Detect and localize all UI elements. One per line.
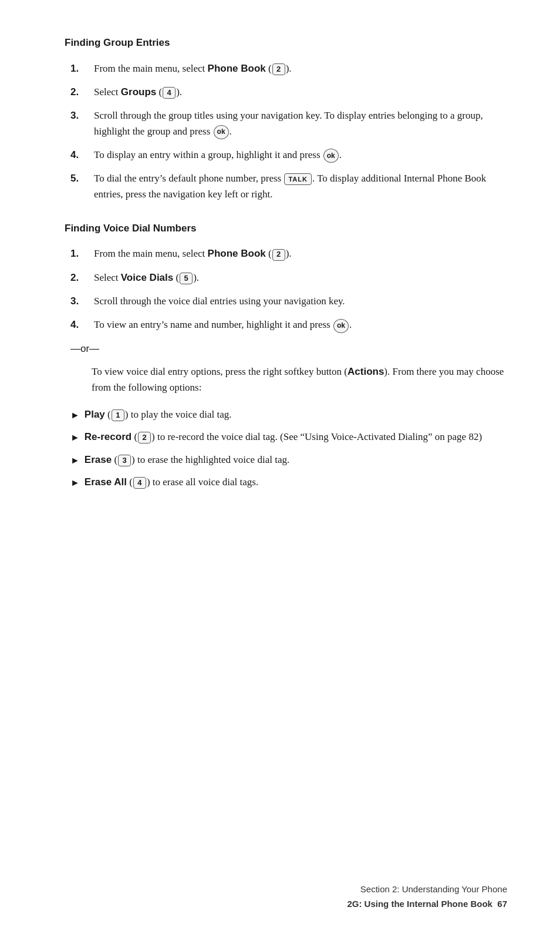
footer-chapter-text: 2G: Using the Internal Phone Book — [347, 899, 492, 909]
key-badge-5: 5 — [180, 273, 193, 284]
bullet-arrow-icon: ► — [70, 476, 80, 490]
section1-list: 1. From the main menu, select Phone Book… — [65, 61, 507, 202]
bullet-arrow-icon: ► — [70, 408, 80, 422]
section1-heading: Finding Group Entries — [65, 35, 507, 51]
step-number: 2. — [70, 270, 92, 285]
ok-badge: ok — [333, 319, 349, 333]
section1-step3: 3. Scroll through the group titles using… — [65, 108, 507, 139]
ok-badge: ok — [214, 125, 229, 139]
bullet-rerecord: ► Re-record (2) to re-record the voice d… — [65, 429, 507, 445]
bullet-erase-all: ► Erase All (4) to erase all voice dial … — [65, 475, 507, 490]
step-number: 4. — [70, 147, 92, 163]
footer-section-label: Section 2: Understanding Your Phone — [347, 883, 507, 896]
step-number: 1. — [70, 246, 92, 261]
section1-step1: 1. From the main menu, select Phone Book… — [65, 61, 507, 76]
bullet-play: ► Play (1) to play the voice dial tag. — [65, 407, 507, 422]
section2-heading: Finding Voice Dial Numbers — [65, 221, 507, 236]
bullet-options-list: ► Play (1) to play the voice dial tag. ►… — [65, 407, 507, 490]
or-separator: —or— — [70, 341, 507, 357]
step-number: 5. — [70, 171, 92, 186]
phonebook-bold: Phone Book — [208, 248, 266, 259]
or-description: To view voice dial entry options, press … — [65, 364, 507, 395]
step-content: To display an entry within a group, high… — [94, 147, 507, 163]
bullet-arrow-icon: ► — [70, 431, 80, 445]
groups-bold: Groups — [121, 86, 156, 98]
step-content: Scroll through the group titles using yo… — [94, 108, 507, 139]
section2-step2: 2. Select Voice Dials (5). — [65, 270, 507, 285]
phonebook-bold: Phone Book — [208, 63, 266, 74]
step-content: To view an entry’s name and number, high… — [94, 317, 507, 332]
talk-badge: TALK — [284, 173, 312, 185]
step-content: Select Groups (4). — [94, 85, 507, 100]
footer-page-number: 67 — [497, 899, 507, 909]
step-number: 3. — [70, 294, 92, 309]
key-badge-4: 4 — [133, 477, 146, 489]
step-content: From the main menu, select Phone Book (2… — [94, 61, 507, 76]
section2-list: 1. From the main menu, select Phone Book… — [65, 246, 507, 332]
footer-chapter-label: 2G: Using the Internal Phone Book 67 — [347, 898, 507, 911]
step-content: Select Voice Dials (5). — [94, 270, 507, 285]
step-content: To dial the entry’s default phone number… — [94, 171, 507, 202]
step-content: From the main menu, select Phone Book (2… — [94, 246, 507, 261]
key-badge-1: 1 — [112, 409, 124, 421]
section2-step3: 3. Scroll through the voice dial entries… — [65, 294, 507, 309]
key-badge-3: 3 — [118, 455, 131, 466]
section-finding-voice-dial: Finding Voice Dial Numbers 1. From the m… — [65, 221, 507, 490]
section1-step5: 5. To dial the entry’s default phone num… — [65, 171, 507, 202]
step-number: 2. — [70, 85, 92, 100]
bullet-arrow-icon: ► — [70, 453, 80, 468]
section2-step1: 1. From the main menu, select Phone Book… — [65, 246, 507, 261]
key-badge-2: 2 — [272, 249, 285, 261]
section2-step4: 4. To view an entry’s name and number, h… — [65, 317, 507, 332]
step-number: 1. — [70, 61, 92, 76]
page: Finding Group Entries 1. From the main m… — [0, 0, 560, 934]
section-finding-group-entries: Finding Group Entries 1. From the main m… — [65, 35, 507, 202]
bullet-content: Erase All (4) to erase all voice dial ta… — [85, 475, 507, 490]
actions-bold: Actions — [348, 366, 384, 377]
key-badge-2: 2 — [138, 432, 151, 444]
voice-dials-bold: Voice Dials — [121, 272, 173, 283]
step-number: 3. — [70, 108, 92, 123]
bullet-erase: ► Erase (3) to erase the highlighted voi… — [65, 452, 507, 468]
bullet-content: Re-record (2) to re-record the voice dia… — [85, 429, 507, 445]
key-badge-2: 2 — [272, 63, 285, 75]
bullet-content: Erase (3) to erase the highlighted voice… — [85, 452, 507, 468]
erase-bold: Erase — [85, 454, 112, 465]
key-badge-4: 4 — [163, 87, 176, 99]
play-bold: Play — [85, 409, 105, 420]
section1-step4: 4. To display an entry within a group, h… — [65, 147, 507, 163]
ok-badge: ok — [323, 149, 339, 163]
bullet-content: Play (1) to play the voice dial tag. — [85, 407, 507, 422]
rerecord-bold: Re-record — [85, 431, 131, 442]
step-number: 4. — [70, 317, 92, 332]
step-content: Scroll through the voice dial entries us… — [94, 294, 507, 309]
section1-step2: 2. Select Groups (4). — [65, 85, 507, 100]
erase-all-bold: Erase All — [85, 476, 127, 488]
page-footer: Section 2: Understanding Your Phone 2G: … — [347, 883, 507, 911]
